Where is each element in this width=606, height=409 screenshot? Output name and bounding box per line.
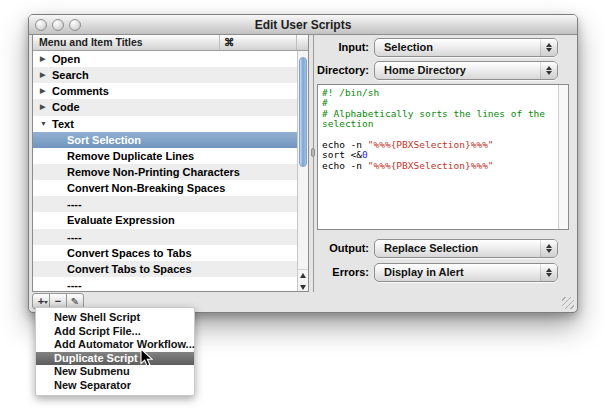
script-code: #! /bin/sh## Alphabetically sorts the li… <box>322 88 556 227</box>
window-title: Edit User Scripts <box>29 15 577 35</box>
list-item-text[interactable]: ▼Text <box>33 116 297 132</box>
disclosure-triangle-icon[interactable]: ▶ <box>40 103 52 111</box>
list-item-label: Sort Selection <box>67 134 141 146</box>
list-item-label: Remove Non-Printing Characters <box>67 166 240 178</box>
script-line: selection <box>322 119 556 129</box>
resize-grip-icon[interactable] <box>562 297 574 309</box>
menu-item-new-shell-script[interactable]: New Shell Script <box>36 311 194 325</box>
list-item-evaluate-expression[interactable]: Evaluate Expression <box>33 212 297 228</box>
menu-item-add-script-file[interactable]: Add Script File... <box>36 325 194 339</box>
input-popup[interactable]: Selection <box>374 38 558 57</box>
list-item-code[interactable]: ▶Code <box>33 99 297 115</box>
menu-item-new-separator[interactable]: New Separator <box>36 379 194 393</box>
list-item-convert-non-breaking-spaces[interactable]: Convert Non-Breaking Spaces <box>33 180 297 196</box>
list-item-label: ---- <box>67 198 82 210</box>
list-item-label: Evaluate Expression <box>67 214 175 226</box>
splitter-handle[interactable] <box>311 148 315 157</box>
list-item-sort-selection[interactable]: Sort Selection <box>33 132 297 148</box>
list-item-label: Convert Non-Breaking Spaces <box>67 182 225 194</box>
menu-item-duplicate-script[interactable]: Duplicate Script <box>36 352 194 366</box>
add-script-menu: New Shell ScriptAdd Script File...Add Au… <box>35 307 195 396</box>
input-label: Input: <box>338 38 369 57</box>
directory-popup[interactable]: Home Directory <box>374 61 558 80</box>
screen: Edit User Scripts Menu and Item Titles ⌘… <box>0 0 606 409</box>
list-item-separator[interactable]: ---- <box>33 196 297 212</box>
list-item-label: Comments <box>52 85 109 97</box>
script-line: #! /bin/sh <box>322 88 556 98</box>
popup-stepper-icon <box>540 39 557 56</box>
directory-label: Directory: <box>317 61 369 80</box>
script-line: echo -n "%%%{PBXSelection}%%%" <box>322 161 556 171</box>
scroll-down-button[interactable] <box>298 281 308 292</box>
list-item-remove-duplicate-lines[interactable]: Remove Duplicate Lines <box>33 148 297 164</box>
editor-scrollbar[interactable] <box>558 85 568 229</box>
directory-popup-value: Home Directory <box>384 62 466 79</box>
list-item-label: Code <box>52 101 80 113</box>
errors-popup-value: Display in Alert <box>384 264 464 281</box>
output-label: Output: <box>329 239 369 258</box>
list-item-comments[interactable]: ▶Comments <box>33 83 297 99</box>
edit-user-scripts-window: Edit User Scripts Menu and Item Titles ⌘… <box>28 14 578 313</box>
popup-stepper-icon <box>540 240 557 257</box>
scroll-down-icon <box>300 285 306 293</box>
disclosure-triangle-icon[interactable]: ▶ <box>40 87 52 95</box>
menu-item-add-automator-workflow[interactable]: Add Automator Workflow... <box>36 338 194 352</box>
output-popup[interactable]: Replace Selection <box>374 239 558 258</box>
pencil-icon: ✎ <box>71 296 79 307</box>
errors-label: Errors: <box>332 263 369 282</box>
minus-icon: − <box>55 295 61 307</box>
list-item-label: Remove Duplicate Lines <box>67 150 194 162</box>
popup-stepper-icon <box>540 62 557 79</box>
errors-popup[interactable]: Display in Alert <box>374 263 558 282</box>
list-item-remove-non-printing-characters[interactable]: Remove Non-Printing Characters <box>33 164 297 180</box>
popup-stepper-icon <box>540 264 557 281</box>
disclosure-triangle-icon[interactable]: ▼ <box>40 120 52 127</box>
input-popup-value: Selection <box>384 39 433 56</box>
script-text-area[interactable]: #! /bin/sh## Alphabetically sorts the li… <box>317 84 569 230</box>
list-item-label: Text <box>52 118 74 130</box>
title-bar[interactable]: Edit User Scripts <box>29 15 577 35</box>
mouse-cursor <box>140 348 154 372</box>
output-popup-value: Replace Selection <box>384 240 478 257</box>
menu-item-new-submenu[interactable]: New Submenu <box>36 365 194 379</box>
menu-arrow-icon <box>44 301 48 306</box>
